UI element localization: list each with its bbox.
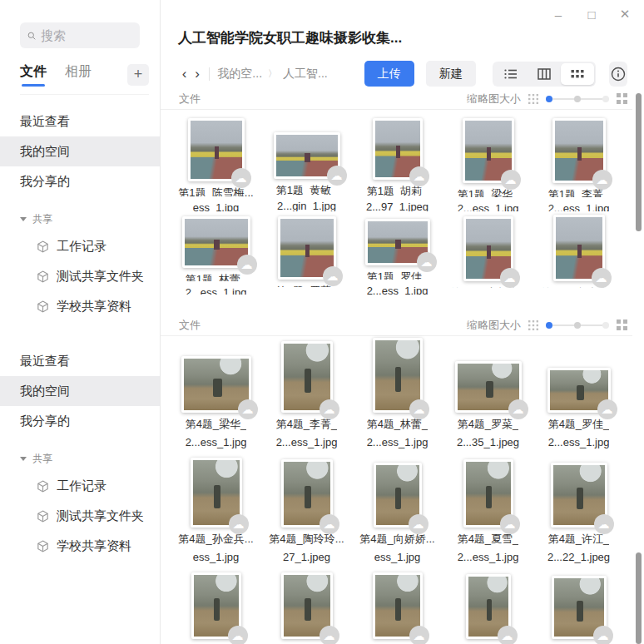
file-item[interactable]: ☁ 第4题_孙金兵... ess_1.jpg <box>171 449 261 564</box>
search-box[interactable] <box>20 22 140 48</box>
scrollbar-thumb[interactable] <box>636 93 642 231</box>
add-button[interactable]: + <box>127 64 149 86</box>
share-item-label: 测试共享文件夹 <box>57 269 144 285</box>
breadcrumb-root[interactable]: 我的空... <box>217 67 262 82</box>
sidebar-item-test-share[interactable]: 测试共享文件夹 <box>0 261 160 291</box>
cloud-sync-icon: ☁ <box>320 514 339 534</box>
search-icon <box>27 30 36 42</box>
breadcrumb-current[interactable]: 人工智... <box>283 67 328 82</box>
sidebar-item-school-share[interactable]: 学校共享资料 <box>0 291 160 321</box>
upload-button[interactable]: 上传 <box>364 61 414 87</box>
file-item[interactable]: ☁ 第4题_张翠玲... <box>171 564 261 644</box>
list-view-button[interactable] <box>494 63 528 85</box>
page-title: 人工智能学院女职工趣味摄影收集... <box>178 28 644 47</box>
file-item[interactable]: ☁ 第1题_梁华_ 2...ess_1.jpg <box>443 110 533 211</box>
scrollbar-thumb[interactable] <box>636 552 642 644</box>
file-item[interactable]: ☁ 第1题_胡莉_ 2...97_1.jpeg <box>352 110 443 211</box>
file-item[interactable]: ☁ 第4题_许江_ 2...22_1.jpeg <box>533 449 624 564</box>
thumbnail-area: ☁ <box>281 458 333 528</box>
sidebar-item-my-space[interactable]: 我的空间 <box>0 136 160 166</box>
file-name-line1: 第4题_向娇娇... <box>359 532 434 546</box>
file-name-line2: 2...ess_1.jpg <box>367 435 429 449</box>
shared-folder-icon <box>37 540 49 552</box>
back-button[interactable]: ‹ <box>178 66 191 82</box>
maximize-button[interactable]: □ <box>581 5 602 23</box>
file-item[interactable]: ☁ 第1题_罗佳_ 2...ess_1.jpg <box>352 211 443 295</box>
cloud-sync-icon: ☁ <box>500 514 520 534</box>
file-item[interactable]: ☁ 第4题_夏雪_ 2...ess_1.jpg <box>443 449 533 564</box>
sidebar-item-work-log[interactable]: 工作记录 <box>0 471 160 501</box>
photo-thumbnail: ☁ <box>373 118 423 180</box>
photo-thumbnail: ☁ <box>374 463 422 528</box>
file-item[interactable]: ☁ 第4题_张小慧... <box>261 564 352 644</box>
sidebar-item-my-space[interactable]: 我的空间 <box>0 376 160 406</box>
column-view-button[interactable] <box>528 63 561 85</box>
file-item[interactable]: ☁ 第4题_向娇娇... ess_1.jpg <box>352 449 443 564</box>
slider-handle[interactable] <box>546 96 552 102</box>
toolbar-divider <box>209 67 210 81</box>
cloud-sync-icon: ☁ <box>592 170 612 190</box>
file-section: 文件 缩略图大小 <box>161 88 632 315</box>
slider-handle[interactable] <box>546 322 552 329</box>
thumbnail-size-slider[interactable] <box>546 321 609 329</box>
thumbnail-area: ☁ <box>463 216 513 281</box>
thumbnail-area: ☁ <box>463 458 513 528</box>
minimize-button[interactable]: – <box>547 5 569 23</box>
file-item[interactable]: ☁ 第4题_罗菜_ 2...35_1.jpeg <box>443 336 533 449</box>
share-section-header[interactable]: 共享 <box>0 206 160 231</box>
sidebar-item-my-shares[interactable]: 我分享的 <box>0 406 160 436</box>
cloud-sync-icon: ☁ <box>597 399 617 419</box>
photo-thumbnail: ☁ <box>182 216 250 268</box>
search-input[interactable] <box>41 28 132 42</box>
photo-thumbnail: ☁ <box>547 368 611 413</box>
file-item[interactable]: ☁ 第4题_陶玲玲... 27_1.jpeg <box>261 449 352 564</box>
list-view-icon <box>504 68 518 80</box>
sidebar-item-recent[interactable]: 最近查看 <box>0 346 160 376</box>
file-item[interactable]: ☁ 第1题_李菁_ 2...ess_1.jpg <box>533 110 624 211</box>
file-item[interactable]: ☁ 第1题_罗菜_ 2...23_1.jpg <box>261 211 352 295</box>
file-item[interactable]: ☁ 第4题_李菁_ 2...ess_1.jpg <box>261 336 352 449</box>
thumbnail-area: ☁ <box>373 118 423 180</box>
photo-thumbnail: ☁ <box>181 356 251 413</box>
tab-files[interactable]: 文件 <box>20 63 47 86</box>
cloud-sync-icon: ☁ <box>409 166 429 186</box>
thumbnail-size-slider[interactable] <box>546 95 609 103</box>
file-item[interactable]: ☁ 第4题_周洁_ <box>443 564 533 644</box>
window-controls: – □ ✕ <box>547 5 636 23</box>
thumbnail-area: ☁ <box>182 216 250 268</box>
cloud-sync-icon: ☁ <box>409 626 429 644</box>
sidebar-item-work-log[interactable]: 工作记录 <box>0 231 160 261</box>
file-item[interactable]: ☁ 第4题_邹玉玲... <box>533 564 624 644</box>
new-button[interactable]: 新建 <box>426 61 476 87</box>
file-item[interactable]: ☁ 第4题_林蕾_ 2...ess_1.jpg <box>352 336 443 449</box>
share-section-header[interactable]: 共享 <box>0 446 160 471</box>
sidebar-item-my-shares[interactable]: 我分享的 <box>0 166 160 196</box>
thumbnail-area: ☁ <box>188 118 245 181</box>
tab-albums[interactable]: 相册 <box>65 63 92 86</box>
grid-view-button[interactable] <box>561 63 594 85</box>
slider-stop-dot <box>574 96 581 102</box>
view-toggle-group <box>493 62 596 87</box>
file-item[interactable]: ☁ 第4题_罗佳_ 2...ess_1.jpg <box>533 336 624 449</box>
sidebar-item-test-share[interactable]: 测试共享文件夹 <box>0 501 160 531</box>
file-item[interactable]: ☁ 第4题_张婷_ <box>352 564 443 644</box>
file-name-line1: 第4题_许江_ <box>548 532 610 546</box>
file-item[interactable]: ☁ 第4题_梁华_ 2...ess_1.jpg <box>171 336 261 449</box>
file-item[interactable]: ☁ 第1题_陶玲玲... 27_1.jpeg <box>533 211 624 295</box>
info-button[interactable] <box>609 62 627 87</box>
file-item[interactable]: ☁ 第1题_陈雪梅... ess_1.jpg <box>171 110 261 211</box>
cloud-sync-icon: ☁ <box>409 399 429 419</box>
forward-button[interactable]: › <box>191 66 203 82</box>
sidebar-nav-group: 最近查看 我的空间 我分享的 共享 工作记录 测试共享文件夹 <box>0 346 160 561</box>
photo-thumbnail: ☁ <box>466 574 511 639</box>
photo-image <box>375 340 420 410</box>
sidebar-item-school-share[interactable]: 学校共享资料 <box>0 531 160 561</box>
file-item[interactable]: ☁ 第1题_黄敏_ 2...gin_1.jpg <box>261 110 352 211</box>
sidebar-item-recent[interactable]: 最近查看 <box>0 107 160 136</box>
file-item[interactable]: ☁ 第1题_林蕾_ 2...ess_1.jpg <box>171 211 261 295</box>
file-item[interactable]: ☁ 第1题_孙金兵... ess_1.jpg <box>443 211 533 295</box>
file-grid-row: ☁ 第4题_张翠玲... ☁ 第4题_张小慧... ☁ 第4题_张婷_ ☁ <box>161 564 632 644</box>
file-name-line2: 27_1.jpeg <box>283 550 330 564</box>
file-name-line1: 第4题_陶玲玲... <box>269 532 344 546</box>
close-button[interactable]: ✕ <box>614 5 636 23</box>
